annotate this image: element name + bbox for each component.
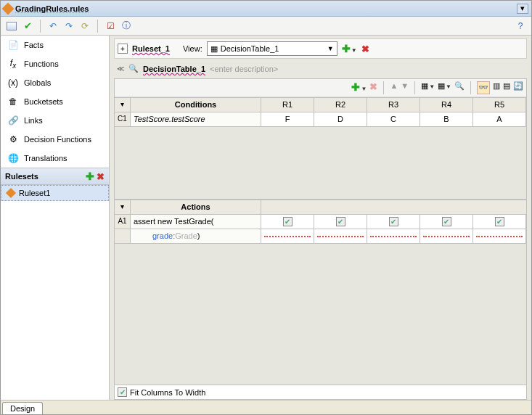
separator — [40, 20, 41, 33]
sidebar-item-translations[interactable]: 🌐 Translations — [1, 149, 109, 168]
view-value: DecisionTable_1 — [221, 44, 279, 53]
sidebar-item-label: Functions — [24, 59, 59, 68]
design-tab[interactable]: Design — [2, 402, 43, 414]
functions-icon: fx — [7, 57, 20, 70]
sidebar-item-globals[interactable]: (x) Globals — [1, 73, 109, 92]
rulesets-header: Rulesets ✚ ✖ — [1, 168, 109, 185]
search-icon[interactable]: 🔍 — [128, 64, 139, 73]
view-label: View: — [183, 44, 202, 53]
links-icon: 🔗 — [7, 114, 20, 127]
rule-header[interactable]: R3 — [367, 98, 420, 112]
fit-columns-checkbox[interactable]: ✔ — [118, 387, 127, 397]
actions-header: Actions — [131, 200, 261, 215]
verify-icon[interactable]: ☑ — [104, 20, 117, 33]
delete-rule-button[interactable]: ✖ — [361, 44, 369, 54]
corner-cell[interactable]: ▾ — [115, 200, 131, 215]
delete-button[interactable]: ✖ — [369, 81, 377, 94]
switch-icon[interactable]: 🔄 — [513, 81, 523, 94]
find-gaps-icon[interactable]: 🔍 — [454, 81, 465, 94]
condition-value[interactable]: B — [420, 112, 473, 127]
sidebar-item-label: Bucketsets — [24, 97, 63, 106]
separator — [414, 81, 415, 94]
sidebar-item-bucketsets[interactable]: 🗑 Bucketsets — [1, 92, 109, 111]
sidebar-item-label: Globals — [24, 78, 51, 87]
ruleset-item[interactable]: Ruleset1 — [1, 185, 109, 201]
rule-header[interactable]: R1 — [261, 98, 314, 112]
action-check[interactable]: ✔ — [473, 215, 526, 229]
refresh-icon[interactable]: ⟳ — [78, 20, 91, 33]
condition-value[interactable]: F — [261, 112, 314, 127]
action-expr[interactable]: assert new TestGrade( — [131, 215, 261, 229]
condition-value[interactable]: A — [473, 112, 526, 127]
sidebar-item-functions[interactable]: fx Functions — [1, 54, 109, 73]
merge-icon[interactable]: ▤ — [503, 81, 510, 94]
ruleset-name[interactable]: Ruleset_1 — [132, 44, 170, 53]
condition-expr[interactable]: TestScore.testScore — [131, 112, 261, 127]
redo-icon[interactable]: ↷ — [62, 20, 75, 33]
action-check[interactable]: ✔ — [367, 215, 420, 229]
add-button[interactable]: ✚▼ — [351, 81, 367, 94]
move-up-icon[interactable]: ▲ — [390, 81, 398, 94]
decision-table-name[interactable]: DecisionTable_1 — [143, 65, 205, 73]
action-param-value[interactable] — [367, 229, 420, 244]
sidebar-item-label: Links — [24, 116, 43, 125]
delete-ruleset-button[interactable]: ✖ — [97, 171, 105, 182]
action-check[interactable]: ✔ — [420, 215, 473, 229]
toggle-icon[interactable]: 👓 — [477, 81, 490, 94]
actions-header-span — [261, 200, 526, 215]
sidebar-item-decision-functions[interactable]: ⚙ Decision Functions — [1, 130, 109, 149]
action-param-value[interactable] — [473, 229, 526, 244]
condition-value[interactable]: D — [314, 112, 367, 127]
expand-ruleset-button[interactable]: + — [118, 44, 128, 54]
description-placeholder[interactable]: <enter description> — [210, 65, 278, 73]
sidebar-item-links[interactable]: 🔗 Links — [1, 111, 109, 130]
condition-value[interactable]: C — [367, 112, 420, 127]
bucketsets-icon: 🗑 — [7, 95, 20, 108]
validate-icon[interactable]: ✔ — [21, 20, 34, 33]
action-param[interactable]: grade:Grade) — [131, 229, 261, 244]
add-rule-button[interactable]: ✚▼ — [342, 43, 357, 54]
ruleset-icon — [6, 188, 16, 198]
info-icon[interactable]: ⓘ — [120, 20, 133, 33]
view-dropdown[interactable]: ▦ DecisionTable_1 ▼ — [207, 41, 337, 56]
move-down-icon[interactable]: ▼ — [401, 81, 409, 94]
menu-dropdown-button[interactable]: ▾ — [517, 4, 528, 14]
add-ruleset-button[interactable]: ✚ — [86, 170, 94, 182]
rule-header[interactable]: R2 — [314, 98, 367, 112]
action-param-value[interactable] — [261, 229, 314, 244]
fit-columns-label: Fit Columns To Width — [130, 388, 205, 397]
chevron-down-icon: ▼ — [327, 45, 334, 52]
gap-analysis-icon[interactable]: ▦▼ — [421, 81, 435, 94]
table-icon: ▦ — [210, 44, 218, 54]
conflict-icon[interactable]: ▦▼ — [438, 81, 451, 94]
action-param-value[interactable] — [420, 229, 473, 244]
action-check[interactable]: ✔ — [261, 215, 314, 229]
separator — [97, 20, 98, 33]
separator — [383, 81, 384, 94]
rulesets-label: Rulesets — [5, 172, 38, 181]
help-icon[interactable]: ? — [514, 20, 527, 33]
rule-header[interactable]: R4 — [420, 98, 473, 112]
action-param-value[interactable] — [314, 229, 367, 244]
decision-table: ✚▼ ✖ ▲ ▼ ▦▼ ▦▼ 🔍 👓 ▥ ▤ 🔄 ▾ Conditions — [114, 78, 527, 400]
action-check[interactable]: ✔ — [314, 215, 367, 229]
table-toolbar: ✚▼ ✖ ▲ ▼ ▦▼ ▦▼ 🔍 👓 ▥ ▤ 🔄 — [115, 79, 526, 97]
conditions-header: Conditions — [131, 98, 261, 112]
sidebar-item-label: Translations — [24, 154, 67, 163]
condition-id[interactable]: C1 — [115, 112, 131, 127]
split-icon[interactable]: ▥ — [493, 81, 500, 94]
corner-cell[interactable]: ▾ — [115, 98, 131, 112]
bottom-tabs: Design — [1, 400, 531, 414]
action-param-row — [115, 229, 131, 244]
actions-grid: ▾ Actions A1 assert new TestGrade( ✔ ✔ ✔… — [115, 200, 526, 244]
collapse-icon[interactable]: ≪ — [117, 65, 124, 73]
action-id[interactable]: A1 — [115, 215, 131, 229]
conditions-grid: ▾ Conditions R1 R2 R3 R4 R5 C1 TestScore… — [115, 97, 526, 127]
ruleset-bar: + Ruleset_1 View: ▦ DecisionTable_1 ▼ ✚▼… — [114, 38, 527, 59]
sidebar-item-facts[interactable]: 📄 Facts — [1, 36, 109, 54]
decision-functions-icon: ⚙ — [7, 133, 20, 146]
rule-header[interactable]: R5 — [473, 98, 526, 112]
undo-icon[interactable]: ↶ — [46, 20, 60, 33]
dictionary-icon[interactable] — [5, 20, 18, 33]
sidebar: 📄 Facts fx Functions (x) Globals 🗑 Bucke… — [1, 36, 110, 400]
